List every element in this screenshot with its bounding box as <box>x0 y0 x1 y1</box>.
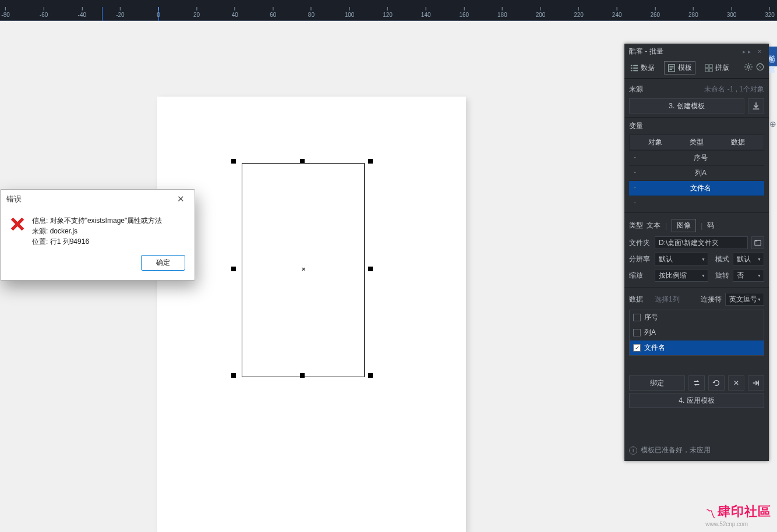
ruler-tick: 300 <box>727 7 737 18</box>
error-dialog: 错误 ✕ 信息: 对象不支持"existsImage"属性或方法 来源: doc… <box>0 189 195 281</box>
handle-e[interactable] <box>368 267 373 271</box>
info-icon: i <box>629 446 637 455</box>
handle-s[interactable] <box>300 373 305 378</box>
side-tab-batch[interactable]: 酷客·批量 <box>769 47 777 66</box>
svg-rect-13 <box>705 68 708 71</box>
data-columns-list: 序号 列A ✓文件名 <box>629 310 764 356</box>
layout-icon <box>705 64 713 72</box>
handle-nw[interactable] <box>231 159 236 164</box>
svg-marker-0 <box>11 218 24 231</box>
svg-point-15 <box>747 66 750 68</box>
apply-template-button[interactable]: 4. 应用模板 <box>629 393 764 408</box>
panel-status: i 模板已准备好，未应用 <box>624 439 769 461</box>
dialog-title: 错误 <box>6 194 22 204</box>
type-image-selected[interactable]: 图像 <box>672 219 696 232</box>
ruler-tick: 40 <box>232 7 238 18</box>
checkbox-icon[interactable] <box>633 314 641 321</box>
svg-line-22 <box>750 64 751 65</box>
folder-browse-button[interactable] <box>751 236 764 249</box>
checkbox-checked-icon[interactable]: ✓ <box>633 344 641 352</box>
go-button[interactable] <box>748 375 764 391</box>
svg-rect-11 <box>705 64 708 67</box>
type-text[interactable]: 文本 <box>647 221 661 230</box>
check-row[interactable]: 列A <box>630 325 764 340</box>
join-label: 连接符 <box>701 295 722 304</box>
svg-rect-12 <box>709 64 712 67</box>
tab-template[interactable]: 模板 <box>664 61 695 75</box>
download-icon <box>752 102 760 110</box>
rotate-dropdown[interactable]: 否▼ <box>733 269 764 282</box>
type-code[interactable]: 码 <box>707 221 714 230</box>
ruler-tick: 260 <box>650 7 660 18</box>
variable-row[interactable]: -列A <box>629 165 764 180</box>
check-row[interactable]: 序号 <box>630 310 764 325</box>
delete-button[interactable]: ✕ <box>728 375 744 391</box>
refresh-button[interactable] <box>708 375 725 391</box>
error-icon <box>9 215 26 233</box>
panel-window-buttons[interactable]: ▸▸ ✕ <box>743 48 764 55</box>
svg-rect-6 <box>633 70 638 71</box>
folder-label: 文件夹 <box>629 238 651 248</box>
help-icon[interactable]: ? <box>756 63 764 73</box>
side-add-icon[interactable]: ⊕ <box>769 119 777 130</box>
horizontal-ruler[interactable]: -80-60-40-200204060801001201401601802002… <box>0 7 777 21</box>
mode-label: 模式 <box>712 254 729 264</box>
ruler-cursor-1 <box>102 7 103 21</box>
ok-button[interactable]: 确定 <box>141 255 185 271</box>
source-value: 未命名 -1 , 1个对象 <box>704 84 764 94</box>
variable-row[interactable]: - <box>629 196 764 209</box>
variable-row[interactable]: -序号 <box>629 150 764 165</box>
ruler-tick: 200 <box>536 7 546 18</box>
swap-icon <box>693 379 701 387</box>
refresh-icon <box>712 379 721 387</box>
ruler-tick: -80 <box>1 7 9 18</box>
section-source: 来源 未命名 -1 , 1个对象 3. 创建模板 <box>624 79 769 117</box>
variable-table-header: 对象 类型 数据 <box>629 134 764 150</box>
ruler-tick: 160 <box>459 7 469 18</box>
handle-se[interactable] <box>368 373 373 378</box>
rotate-label: 旋转 <box>712 271 729 281</box>
ruler-tick: -40 <box>78 7 86 18</box>
svg-line-20 <box>746 64 747 65</box>
variable-row-selected[interactable]: -文件名 <box>629 180 764 196</box>
variable-label: 变量 <box>629 121 764 131</box>
handle-ne[interactable] <box>368 159 373 164</box>
check-row-selected[interactable]: ✓文件名 <box>630 340 764 355</box>
template-icon <box>667 64 676 72</box>
gear-icon[interactable] <box>744 63 753 73</box>
svg-rect-3 <box>631 68 633 69</box>
panel-tabs: 数据 模板 拼版 ? <box>624 59 769 79</box>
folder-input[interactable]: D:\桌面\新建文件夹 <box>655 236 748 249</box>
scale-dropdown[interactable]: 按比例缩▼ <box>655 269 708 282</box>
swap-button[interactable] <box>688 375 705 391</box>
close-icon: ✕ <box>733 379 739 387</box>
close-icon[interactable]: ✕ <box>172 193 189 205</box>
panel-title: 酷客 - 批量 <box>629 47 663 56</box>
mode-dropdown[interactable]: 默认▼ <box>733 253 764 265</box>
panel-caption[interactable]: 酷客 - 批量 ▸▸ ✕ <box>624 44 769 59</box>
ruler-tick: 20 <box>193 7 200 18</box>
download-button[interactable] <box>748 98 764 114</box>
selection-center-icon: ✕ <box>301 268 306 272</box>
source-label: 来源 <box>629 84 643 94</box>
scale-label: 缩放 <box>629 271 651 281</box>
top-toolbar <box>0 0 777 7</box>
checkbox-icon[interactable] <box>633 329 641 336</box>
list-icon <box>630 64 638 72</box>
ruler-tick: 280 <box>688 7 698 18</box>
resolution-dropdown[interactable]: 默认▼ <box>655 253 708 265</box>
svg-rect-27 <box>755 240 757 242</box>
tab-layout[interactable]: 拼版 <box>704 61 730 75</box>
type-label: 类型 <box>629 221 643 230</box>
watermark: 〽 肆印社區 www.52cnp.com <box>705 503 771 527</box>
bind-button[interactable]: 绑定 <box>629 375 685 391</box>
svg-rect-4 <box>633 68 638 69</box>
dialog-titlebar[interactable]: 错误 ✕ <box>1 190 195 208</box>
handle-sw[interactable] <box>231 373 236 378</box>
handle-w[interactable] <box>231 267 236 271</box>
create-template-button[interactable]: 3. 创建模板 <box>629 98 744 114</box>
handle-n[interactable] <box>300 159 305 164</box>
join-dropdown[interactable]: 英文逗号▼ <box>725 293 764 306</box>
selection-rect[interactable]: ✕ <box>242 163 365 377</box>
tab-data[interactable]: 数据 <box>629 61 656 75</box>
